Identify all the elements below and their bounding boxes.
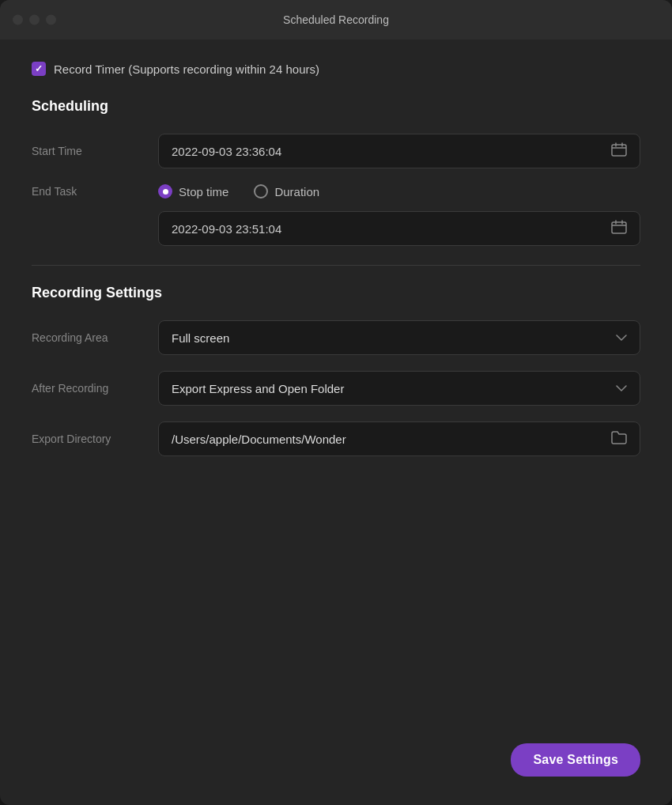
after-recording-arrow-icon	[616, 383, 627, 395]
recording-area-label: Recording Area	[32, 331, 158, 344]
window-title: Scheduled Recording	[283, 13, 389, 26]
start-time-label: Start Time	[32, 145, 158, 157]
export-directory-value: /Users/apple/Documents/Wonder	[172, 433, 346, 446]
svg-rect-4	[612, 222, 626, 233]
stop-time-option[interactable]: Stop time	[158, 184, 228, 198]
main-window: Scheduled Recording Record Timer (Suppor…	[0, 0, 672, 805]
start-time-calendar-icon	[611, 142, 627, 160]
stop-time-radio[interactable]	[158, 184, 172, 198]
traffic-lights	[13, 15, 56, 25]
stop-time-label: Stop time	[179, 185, 228, 198]
recording-settings-title: Recording Settings	[32, 285, 640, 301]
maximize-button[interactable]	[46, 15, 56, 25]
end-time-row: 2022-09-03 23:51:04	[32, 211, 640, 246]
save-button-container: Save Settings	[511, 743, 640, 777]
divider	[32, 265, 640, 266]
minimize-button[interactable]	[29, 15, 40, 25]
export-directory-input[interactable]: /Users/apple/Documents/Wonder	[158, 421, 640, 456]
close-button[interactable]	[13, 15, 23, 25]
record-timer-checkbox[interactable]	[32, 62, 46, 76]
end-task-label: End Task	[32, 185, 158, 198]
recording-area-value: Full screen	[172, 331, 229, 345]
start-time-group: Start Time 2022-09-03 23:36:04	[32, 134, 640, 168]
save-settings-button[interactable]: Save Settings	[511, 743, 640, 777]
after-recording-label: After Recording	[32, 382, 158, 395]
export-directory-label: Export Directory	[32, 433, 158, 445]
duration-label: Duration	[274, 185, 319, 198]
radio-options: Stop time Duration	[158, 184, 319, 198]
recording-area-arrow-icon	[616, 332, 627, 344]
duration-radio[interactable]	[254, 184, 268, 198]
export-directory-group: Export Directory /Users/apple/Documents/…	[32, 421, 640, 456]
after-recording-dropdown[interactable]: Export Express and Open Folder	[158, 371, 640, 406]
after-recording-value: Export Express and Open Folder	[172, 382, 344, 395]
folder-icon	[611, 430, 627, 448]
recording-area-group: Recording Area Full screen	[32, 320, 640, 355]
start-time-input[interactable]: 2022-09-03 23:36:04	[158, 134, 640, 168]
record-timer-row: Record Timer (Supports recording within …	[32, 62, 640, 76]
end-time-calendar-icon	[611, 220, 627, 237]
titlebar: Scheduled Recording	[0, 0, 672, 40]
end-task-row: End Task Stop time Duration	[32, 184, 640, 198]
scheduling-section-title: Scheduling	[32, 98, 640, 115]
recording-area-dropdown[interactable]: Full screen	[158, 320, 640, 355]
start-time-value: 2022-09-03 23:36:04	[172, 145, 281, 158]
duration-option[interactable]: Duration	[254, 184, 319, 198]
content-area: Record Timer (Supports recording within …	[0, 40, 672, 805]
end-time-input[interactable]: 2022-09-03 23:51:04	[158, 211, 640, 246]
after-recording-group: After Recording Export Express and Open …	[32, 371, 640, 406]
record-timer-label: Record Timer (Supports recording within …	[54, 62, 319, 76]
end-time-value: 2022-09-03 23:51:04	[172, 222, 281, 236]
svg-rect-0	[612, 145, 626, 156]
